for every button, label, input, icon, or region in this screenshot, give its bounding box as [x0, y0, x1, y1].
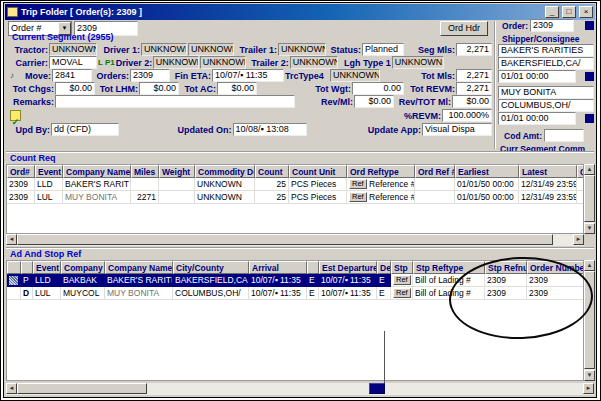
cell-qty[interactable]: [577, 178, 584, 191]
cell-arrival[interactable]: 10/07/▪ 11:35: [249, 274, 307, 287]
scroll-down-icon[interactable]: ▼: [584, 223, 595, 234]
app-icon[interactable]: [7, 7, 18, 17]
cell-row-marker[interactable]: [7, 287, 21, 300]
shipper-detail-button[interactable]: [585, 72, 594, 81]
cell-company[interactable]: BAKBAK: [61, 274, 105, 287]
driver2-last-field[interactable]: UNKNOWN: [200, 56, 246, 69]
note-check-icon[interactable]: ✓: [10, 110, 21, 121]
cell-weight[interactable]: [159, 191, 195, 204]
shipper-name-field[interactable]: BAKER'S RARITIES: [498, 44, 594, 57]
trailer1-field[interactable]: UNKNOWN: [278, 43, 326, 56]
scroll-left-icon[interactable]: ◄: [6, 234, 17, 245]
maximize-button[interactable]: □: [562, 6, 576, 18]
cell-commodity[interactable]: UNKNOWN: [195, 178, 255, 191]
trctype4-field[interactable]: UNKNOWN: [330, 69, 380, 82]
scrollbar-split-box[interactable]: [369, 383, 385, 394]
cell-arrival[interactable]: 10/07/▪ 11:35: [249, 287, 307, 300]
cell-miles[interactable]: [131, 178, 159, 191]
cell-row-marker[interactable]: [7, 274, 21, 287]
cell-company-name[interactable]: MUY BONITA: [63, 191, 131, 204]
order-detail-button[interactable]: [585, 21, 594, 30]
count-req-hscroll-thumb[interactable]: [17, 234, 553, 245]
cell-ord[interactable]: 2309: [7, 178, 35, 191]
shipper-time-field[interactable]: 01/01 00:00: [498, 70, 576, 83]
minimize-button[interactable]: _: [545, 6, 559, 18]
cell-count[interactable]: 25: [255, 191, 289, 204]
cell-weight[interactable]: [159, 178, 195, 191]
count-req-row-2[interactable]: 2309 LUL MUY BONITA 2271 UNKNOWN 25 PCS …: [7, 191, 584, 204]
cell-commodity[interactable]: UNKNOWN: [195, 191, 255, 204]
cell-latest[interactable]: 12/31/49 23:59: [519, 178, 577, 191]
cell-company[interactable]: MUYCOL: [61, 287, 105, 300]
ref-button[interactable]: Ref: [349, 192, 367, 202]
cell-ord[interactable]: 2309: [7, 191, 35, 204]
move-field[interactable]: 2841: [52, 69, 92, 82]
count-req-row-1[interactable]: 2309 LLD BAKER'S RARIT UNKNOWN 25 PCS Pi…: [7, 178, 584, 191]
cell-ord-reftype[interactable]: Ref Reference #: [347, 178, 415, 191]
cell-ord-ref[interactable]: [415, 191, 455, 204]
cell-city-county[interactable]: COLUMBUS,OH/: [173, 287, 249, 300]
remarks-field[interactable]: [55, 95, 295, 108]
consignee-city-field[interactable]: COLUMBUS,OH/: [498, 99, 594, 112]
consignee-time-field[interactable]: 01/01 00:00: [498, 112, 576, 125]
cell-earliest[interactable]: 01/01/50 00:00: [455, 178, 519, 191]
consignee-name-field[interactable]: MUY BONITA: [498, 86, 594, 99]
scroll-right-icon[interactable]: ►: [573, 234, 584, 245]
close-button[interactable]: ×: [579, 6, 593, 18]
cell-latest[interactable]: 12/31/49 23:59: [519, 191, 577, 204]
cell-event[interactable]: LUL: [35, 191, 63, 204]
cell-est-departure[interactable]: 10/07/▪ 11:35: [319, 274, 377, 287]
cell-arrival-flag[interactable]: E: [307, 287, 319, 300]
ref-button[interactable]: Ref: [349, 179, 367, 189]
carrier-field[interactable]: MOVAL: [49, 56, 97, 69]
tractor-field[interactable]: UNKNOWN: [49, 43, 97, 56]
cell-company-name[interactable]: MUY BONITA: [105, 287, 173, 300]
cell-dep-flag[interactable]: E: [377, 274, 391, 287]
fin-eta-field[interactable]: 10/07/▪ 11:35: [212, 69, 284, 82]
cell-count-unit[interactable]: PCS Pieces: [289, 191, 347, 204]
cell-stop-type[interactable]: D: [21, 287, 33, 300]
cell-est-departure[interactable]: 10/07/▪ 11:35: [319, 287, 377, 300]
cell-earliest[interactable]: 01/01/50 00:00: [455, 191, 519, 204]
cell-miles[interactable]: 2271: [131, 191, 159, 204]
driver1-first-field[interactable]: UNKNOWN: [141, 43, 187, 56]
title-bar[interactable]: Trip Folder [ Order(s): 2309 ] _ □ ×: [5, 4, 595, 20]
lgh-type1-field[interactable]: UNKNOWN: [392, 56, 444, 69]
cell-dep-flag[interactable]: E: [377, 287, 391, 300]
scroll-up-icon[interactable]: ▲: [584, 164, 595, 175]
cell-company-name[interactable]: BAKER'S RARITI: [105, 274, 173, 287]
scroll-left-icon[interactable]: ◄: [6, 383, 17, 394]
stp-ref-button[interactable]: Ref: [393, 288, 411, 298]
cell-ord-ref[interactable]: [415, 178, 455, 191]
cell-count-unit[interactable]: PCS Pieces: [289, 178, 347, 191]
cell-stop-type[interactable]: P: [21, 274, 33, 287]
cod-amt-field[interactable]: [544, 129, 584, 142]
trailer2-field[interactable]: UNKNOWN: [290, 56, 338, 69]
horizontal-scrollbar[interactable]: ◄ ►: [6, 383, 594, 395]
count-req-vscroll-thumb[interactable]: [584, 175, 595, 222]
order-value-field[interactable]: 2309: [530, 19, 574, 32]
ord-hdr-button[interactable]: Ord Hdr: [440, 21, 488, 36]
cell-city-county[interactable]: BAKERSFIELD,CA: [173, 274, 249, 287]
cell-qty[interactable]: [577, 191, 584, 204]
hscroll-thumb[interactable]: [17, 383, 147, 394]
orders-field[interactable]: 2309: [130, 69, 170, 82]
cell-event[interactable]: LLD: [33, 274, 61, 287]
cell-count[interactable]: 25: [255, 178, 289, 191]
driver1-last-field[interactable]: UNKNOWN: [188, 43, 234, 56]
cell-ord-reftype[interactable]: Ref Reference #: [347, 191, 415, 204]
count-req-hscrollbar[interactable]: ◄ ►: [6, 234, 584, 246]
cell-company-name[interactable]: BAKER'S RARIT: [63, 178, 131, 191]
cell-event[interactable]: LLD: [35, 178, 63, 191]
cell-event[interactable]: LUL: [33, 287, 61, 300]
cell-arrival-flag[interactable]: E: [307, 274, 319, 287]
scroll-right-icon[interactable]: ►: [583, 383, 594, 394]
consignee-detail-button[interactable]: [585, 114, 594, 123]
status-field[interactable]: Planned: [362, 43, 404, 56]
driver2-first-field[interactable]: UNKNOWN: [153, 56, 199, 69]
shipper-city-field[interactable]: BAKERSFIELD,CA/: [498, 57, 594, 70]
scroll-down-icon[interactable]: ▼: [584, 370, 595, 381]
scroll-up-icon[interactable]: ▲: [584, 260, 595, 271]
count-req-vscrollbar[interactable]: ▲ ▼: [584, 164, 595, 234]
stp-ref-button[interactable]: Ref: [393, 275, 411, 285]
